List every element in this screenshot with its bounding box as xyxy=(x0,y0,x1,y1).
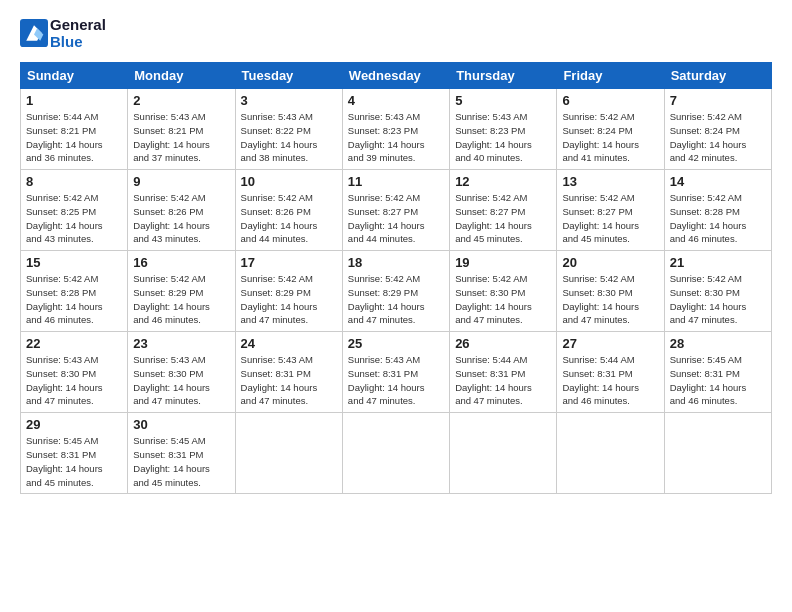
day-number: 22 xyxy=(26,336,122,351)
day-info: Sunrise: 5:42 AM Sunset: 8:24 PM Dayligh… xyxy=(562,110,658,165)
calendar-cell xyxy=(450,413,557,494)
day-number: 26 xyxy=(455,336,551,351)
calendar-cell: 24Sunrise: 5:43 AM Sunset: 8:31 PM Dayli… xyxy=(235,332,342,413)
day-number: 18 xyxy=(348,255,444,270)
calendar-cell: 29Sunrise: 5:45 AM Sunset: 8:31 PM Dayli… xyxy=(21,413,128,494)
calendar-cell: 10Sunrise: 5:42 AM Sunset: 8:26 PM Dayli… xyxy=(235,170,342,251)
calendar-header-sunday: Sunday xyxy=(21,63,128,89)
day-info: Sunrise: 5:44 AM Sunset: 8:31 PM Dayligh… xyxy=(455,353,551,408)
logo-text: General Blue xyxy=(50,16,106,50)
day-info: Sunrise: 5:45 AM Sunset: 8:31 PM Dayligh… xyxy=(133,434,229,489)
day-number: 10 xyxy=(241,174,337,189)
calendar-cell: 15Sunrise: 5:42 AM Sunset: 8:28 PM Dayli… xyxy=(21,251,128,332)
day-number: 16 xyxy=(133,255,229,270)
day-number: 21 xyxy=(670,255,766,270)
calendar-week-row: 22Sunrise: 5:43 AM Sunset: 8:30 PM Dayli… xyxy=(21,332,772,413)
calendar-cell: 5Sunrise: 5:43 AM Sunset: 8:23 PM Daylig… xyxy=(450,89,557,170)
calendar-cell: 4Sunrise: 5:43 AM Sunset: 8:23 PM Daylig… xyxy=(342,89,449,170)
calendar-week-row: 29Sunrise: 5:45 AM Sunset: 8:31 PM Dayli… xyxy=(21,413,772,494)
day-info: Sunrise: 5:43 AM Sunset: 8:22 PM Dayligh… xyxy=(241,110,337,165)
day-info: Sunrise: 5:45 AM Sunset: 8:31 PM Dayligh… xyxy=(26,434,122,489)
calendar-cell: 26Sunrise: 5:44 AM Sunset: 8:31 PM Dayli… xyxy=(450,332,557,413)
calendar-week-row: 1Sunrise: 5:44 AM Sunset: 8:21 PM Daylig… xyxy=(21,89,772,170)
day-number: 9 xyxy=(133,174,229,189)
day-info: Sunrise: 5:44 AM Sunset: 8:31 PM Dayligh… xyxy=(562,353,658,408)
day-number: 7 xyxy=(670,93,766,108)
day-info: Sunrise: 5:42 AM Sunset: 8:29 PM Dayligh… xyxy=(348,272,444,327)
calendar-cell xyxy=(664,413,771,494)
day-info: Sunrise: 5:42 AM Sunset: 8:30 PM Dayligh… xyxy=(670,272,766,327)
calendar-cell: 3Sunrise: 5:43 AM Sunset: 8:22 PM Daylig… xyxy=(235,89,342,170)
calendar-cell: 9Sunrise: 5:42 AM Sunset: 8:26 PM Daylig… xyxy=(128,170,235,251)
calendar-cell: 25Sunrise: 5:43 AM Sunset: 8:31 PM Dayli… xyxy=(342,332,449,413)
day-number: 19 xyxy=(455,255,551,270)
day-info: Sunrise: 5:43 AM Sunset: 8:23 PM Dayligh… xyxy=(455,110,551,165)
day-info: Sunrise: 5:42 AM Sunset: 8:29 PM Dayligh… xyxy=(133,272,229,327)
day-number: 15 xyxy=(26,255,122,270)
calendar-cell: 23Sunrise: 5:43 AM Sunset: 8:30 PM Dayli… xyxy=(128,332,235,413)
calendar-cell: 22Sunrise: 5:43 AM Sunset: 8:30 PM Dayli… xyxy=(21,332,128,413)
day-info: Sunrise: 5:42 AM Sunset: 8:29 PM Dayligh… xyxy=(241,272,337,327)
day-number: 11 xyxy=(348,174,444,189)
calendar-header-row: SundayMondayTuesdayWednesdayThursdayFrid… xyxy=(21,63,772,89)
calendar-header-thursday: Thursday xyxy=(450,63,557,89)
calendar-cell: 18Sunrise: 5:42 AM Sunset: 8:29 PM Dayli… xyxy=(342,251,449,332)
day-number: 13 xyxy=(562,174,658,189)
day-number: 14 xyxy=(670,174,766,189)
calendar-header-monday: Monday xyxy=(128,63,235,89)
calendar-cell: 1Sunrise: 5:44 AM Sunset: 8:21 PM Daylig… xyxy=(21,89,128,170)
day-info: Sunrise: 5:43 AM Sunset: 8:23 PM Dayligh… xyxy=(348,110,444,165)
day-info: Sunrise: 5:42 AM Sunset: 8:24 PM Dayligh… xyxy=(670,110,766,165)
day-info: Sunrise: 5:42 AM Sunset: 8:30 PM Dayligh… xyxy=(562,272,658,327)
calendar-week-row: 15Sunrise: 5:42 AM Sunset: 8:28 PM Dayli… xyxy=(21,251,772,332)
day-info: Sunrise: 5:43 AM Sunset: 8:21 PM Dayligh… xyxy=(133,110,229,165)
day-number: 3 xyxy=(241,93,337,108)
day-number: 20 xyxy=(562,255,658,270)
day-info: Sunrise: 5:43 AM Sunset: 8:31 PM Dayligh… xyxy=(241,353,337,408)
calendar-cell: 2Sunrise: 5:43 AM Sunset: 8:21 PM Daylig… xyxy=(128,89,235,170)
day-info: Sunrise: 5:42 AM Sunset: 8:26 PM Dayligh… xyxy=(241,191,337,246)
calendar-cell: 6Sunrise: 5:42 AM Sunset: 8:24 PM Daylig… xyxy=(557,89,664,170)
day-number: 27 xyxy=(562,336,658,351)
day-number: 4 xyxy=(348,93,444,108)
logo-icon xyxy=(20,19,48,47)
day-number: 30 xyxy=(133,417,229,432)
calendar-cell: 30Sunrise: 5:45 AM Sunset: 8:31 PM Dayli… xyxy=(128,413,235,494)
calendar-cell: 27Sunrise: 5:44 AM Sunset: 8:31 PM Dayli… xyxy=(557,332,664,413)
day-info: Sunrise: 5:42 AM Sunset: 8:27 PM Dayligh… xyxy=(455,191,551,246)
day-number: 1 xyxy=(26,93,122,108)
calendar-cell: 21Sunrise: 5:42 AM Sunset: 8:30 PM Dayli… xyxy=(664,251,771,332)
calendar-cell: 20Sunrise: 5:42 AM Sunset: 8:30 PM Dayli… xyxy=(557,251,664,332)
day-info: Sunrise: 5:42 AM Sunset: 8:25 PM Dayligh… xyxy=(26,191,122,246)
calendar-table: SundayMondayTuesdayWednesdayThursdayFrid… xyxy=(20,62,772,494)
day-number: 8 xyxy=(26,174,122,189)
day-info: Sunrise: 5:43 AM Sunset: 8:30 PM Dayligh… xyxy=(26,353,122,408)
day-info: Sunrise: 5:42 AM Sunset: 8:30 PM Dayligh… xyxy=(455,272,551,327)
calendar-header-tuesday: Tuesday xyxy=(235,63,342,89)
calendar-cell xyxy=(342,413,449,494)
page: General Blue SundayMondayTuesdayWednesda… xyxy=(0,0,792,612)
day-number: 25 xyxy=(348,336,444,351)
day-number: 2 xyxy=(133,93,229,108)
calendar-header-saturday: Saturday xyxy=(664,63,771,89)
calendar-cell: 28Sunrise: 5:45 AM Sunset: 8:31 PM Dayli… xyxy=(664,332,771,413)
calendar-cell: 12Sunrise: 5:42 AM Sunset: 8:27 PM Dayli… xyxy=(450,170,557,251)
calendar-cell: 11Sunrise: 5:42 AM Sunset: 8:27 PM Dayli… xyxy=(342,170,449,251)
calendar-cell: 16Sunrise: 5:42 AM Sunset: 8:29 PM Dayli… xyxy=(128,251,235,332)
day-number: 17 xyxy=(241,255,337,270)
calendar-cell: 13Sunrise: 5:42 AM Sunset: 8:27 PM Dayli… xyxy=(557,170,664,251)
calendar-cell: 17Sunrise: 5:42 AM Sunset: 8:29 PM Dayli… xyxy=(235,251,342,332)
day-info: Sunrise: 5:42 AM Sunset: 8:27 PM Dayligh… xyxy=(348,191,444,246)
calendar-cell: 7Sunrise: 5:42 AM Sunset: 8:24 PM Daylig… xyxy=(664,89,771,170)
day-info: Sunrise: 5:42 AM Sunset: 8:28 PM Dayligh… xyxy=(26,272,122,327)
day-info: Sunrise: 5:44 AM Sunset: 8:21 PM Dayligh… xyxy=(26,110,122,165)
calendar-header-wednesday: Wednesday xyxy=(342,63,449,89)
day-number: 6 xyxy=(562,93,658,108)
logo: General Blue xyxy=(20,16,106,50)
day-info: Sunrise: 5:43 AM Sunset: 8:30 PM Dayligh… xyxy=(133,353,229,408)
calendar-cell: 8Sunrise: 5:42 AM Sunset: 8:25 PM Daylig… xyxy=(21,170,128,251)
day-number: 24 xyxy=(241,336,337,351)
day-info: Sunrise: 5:42 AM Sunset: 8:26 PM Dayligh… xyxy=(133,191,229,246)
calendar-cell: 19Sunrise: 5:42 AM Sunset: 8:30 PM Dayli… xyxy=(450,251,557,332)
day-info: Sunrise: 5:43 AM Sunset: 8:31 PM Dayligh… xyxy=(348,353,444,408)
